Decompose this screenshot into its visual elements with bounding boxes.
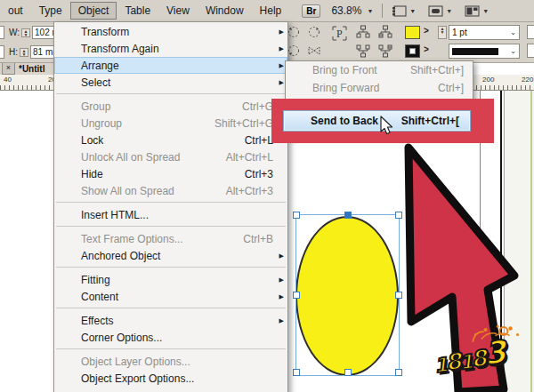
zoom-level-combo[interactable]: 63.8% ▼ (331, 4, 373, 17)
menu-item-content[interactable]: Content ▶ (54, 288, 287, 305)
menubar-item-out[interactable]: out (0, 2, 31, 20)
stroke-flyout-arrow[interactable]: > (424, 44, 429, 54)
menu-item-bring-forward[interactable]: Bring Forward Ctrl+] (286, 79, 473, 97)
selection-handle[interactable] (344, 369, 352, 376)
menubar-item-object[interactable]: Object (70, 2, 117, 20)
divider (382, 4, 383, 18)
document-tab[interactable]: × *Untitl (0, 62, 53, 75)
selection-handle[interactable] (293, 369, 300, 376)
menu-item-label: Bring Forward (312, 82, 424, 94)
menubar-item-view[interactable]: View (158, 2, 198, 20)
cut-field (0, 26, 4, 39)
flow-down-icon[interactable] (356, 44, 370, 61)
menu-item-shortcut: Ctrl+3 (245, 168, 273, 180)
story-editor-icon[interactable]: P (331, 25, 347, 41)
shear-button[interactable] (307, 44, 321, 61)
menu-item-transform-again[interactable]: Transform Again ▶ (54, 40, 287, 57)
menu-item-show-all-on-spread[interactable]: Show All on Spread Alt+Ctrl+3 (54, 182, 287, 199)
menu-item-group[interactable]: Group Ctrl+G (54, 98, 287, 115)
menu-item-bring-to-front[interactable]: Bring to Front Shift+Ctrl+] (286, 61, 473, 79)
rotate-ccw-button[interactable] (287, 25, 301, 43)
stroke-weight-value: 1 pt (452, 28, 467, 37)
flow-left-icon[interactable] (378, 25, 392, 43)
view-options-dropdown[interactable]: ▼ (392, 5, 416, 17)
watermark-18183: 18183 (428, 331, 531, 392)
menu-item-object-layer-options[interactable]: Object Layer Options... (54, 353, 287, 370)
stroke-weight-select[interactable]: 1 pt ⌄ (449, 25, 520, 40)
flow-right-icon[interactable] (378, 44, 392, 61)
rotate-180-button[interactable] (287, 44, 301, 61)
width-stepper[interactable]: ▲▼ (21, 28, 30, 37)
menu-item-select[interactable]: Select ▶ (54, 74, 287, 91)
stroke-color-swatch[interactable] (405, 44, 420, 58)
submenu-arrow-icon: ▶ (279, 45, 284, 52)
menu-separator (56, 308, 286, 308)
menubar-item-window[interactable]: Window (198, 2, 252, 20)
stroke-weight-stepper[interactable]: ▲▼ (438, 26, 447, 39)
flow-up-icon[interactable] (356, 25, 370, 43)
height-stepper[interactable]: ▲▼ (20, 48, 28, 57)
menu-item-arrange[interactable]: Arrange ▶ (54, 57, 287, 74)
menu-item-label: Text Frame Options... (81, 233, 229, 245)
selection-handle[interactable] (395, 292, 402, 299)
menu-item-hide[interactable]: Hide Ctrl+3 (54, 165, 287, 182)
menu-item-transform[interactable]: Transform ▶ (54, 23, 287, 40)
menu-item-corner-options[interactable]: Corner Options... (54, 329, 287, 346)
cut-field (0, 45, 4, 59)
cut-button (527, 44, 534, 58)
menubar-item-table[interactable]: Table (117, 2, 158, 20)
selection-handle[interactable] (395, 212, 402, 219)
ruler-label: 200 (482, 76, 494, 84)
selection-handle[interactable] (293, 292, 300, 299)
tab-close-icon[interactable]: × (2, 62, 15, 75)
stroke-type-select[interactable]: ⌄ (449, 44, 520, 59)
menu-item-insert-html[interactable]: Insert HTML... (54, 206, 287, 223)
menu-item-anchored-object[interactable]: Anchored Object ▶ (54, 247, 287, 264)
menu-item-label: Select (81, 76, 259, 89)
chevron-down-icon: ▼ (367, 8, 373, 14)
submenu-arrow-icon: ▶ (279, 62, 284, 69)
menu-item-fitting[interactable]: Fitting ▶ (54, 271, 287, 288)
chevron-down-icon: ⌄ (510, 28, 516, 36)
svg-text:P: P (336, 28, 343, 40)
height-label: H: (9, 47, 18, 57)
arrange-documents-dropdown[interactable]: ▼ (465, 5, 489, 17)
menubar-item-type[interactable]: Type (31, 2, 70, 20)
fill-flyout-arrow[interactable]: > (424, 26, 429, 36)
menu-item-label: Arrange (81, 60, 259, 72)
chevron-down-icon: ▼ (409, 8, 416, 14)
fill-color-swatch[interactable] (405, 26, 420, 39)
menu-item-label: Content (81, 291, 259, 303)
menu-item-label: Insert HTML... (81, 209, 259, 221)
menu-item-unlock-all-on-spread[interactable]: Unlock All on Spread Alt+Ctrl+L (54, 148, 287, 165)
menu-item-label: Anchored Object (81, 250, 259, 262)
menu-separator (56, 202, 286, 203)
menu-item-object-export-options[interactable]: Object Export Options... (54, 370, 287, 387)
selection-handle[interactable] (395, 369, 402, 376)
cut-button (527, 25, 534, 39)
menu-item-effects[interactable]: Effects ▶ (54, 312, 287, 329)
submenu-arrow-icon: ▶ (279, 252, 284, 260)
menu-item-shortcut: Ctrl+] (438, 82, 464, 94)
stroke-type-preview (452, 48, 498, 55)
submenu-arrow-icon: ▶ (279, 79, 284, 86)
menu-item-label: Hide (81, 168, 231, 180)
object-menu-panel: Transform ▶ Transform Again ▶ Arrange ▶ … (53, 21, 288, 392)
selection-handle[interactable] (293, 212, 300, 219)
menu-item-label: Lock (81, 134, 231, 147)
menu-item-text-frame-options[interactable]: Text Frame Options... Ctrl+B (54, 230, 287, 247)
submenu-arrow-icon: ▶ (279, 276, 284, 284)
menu-separator (56, 267, 286, 268)
menu-item-label: Effects (81, 315, 259, 327)
selection-bounding-box (295, 214, 400, 376)
bridge-button[interactable]: Br (302, 4, 320, 18)
selection-handle[interactable] (344, 212, 352, 219)
margin-guide-green (530, 91, 532, 392)
menu-item-ungroup[interactable]: Ungroup Shift+Ctrl+G (54, 115, 287, 132)
menu-item-label: Object Layer Options... (81, 356, 259, 368)
menu-item-lock[interactable]: Lock Ctrl+L (54, 132, 287, 148)
chevron-down-icon: ⌄ (510, 47, 516, 55)
rotate-cw-button[interactable] (307, 25, 321, 43)
menubar-item-help[interactable]: Help (252, 2, 290, 20)
screen-mode-dropdown[interactable]: ▼ (428, 5, 452, 17)
